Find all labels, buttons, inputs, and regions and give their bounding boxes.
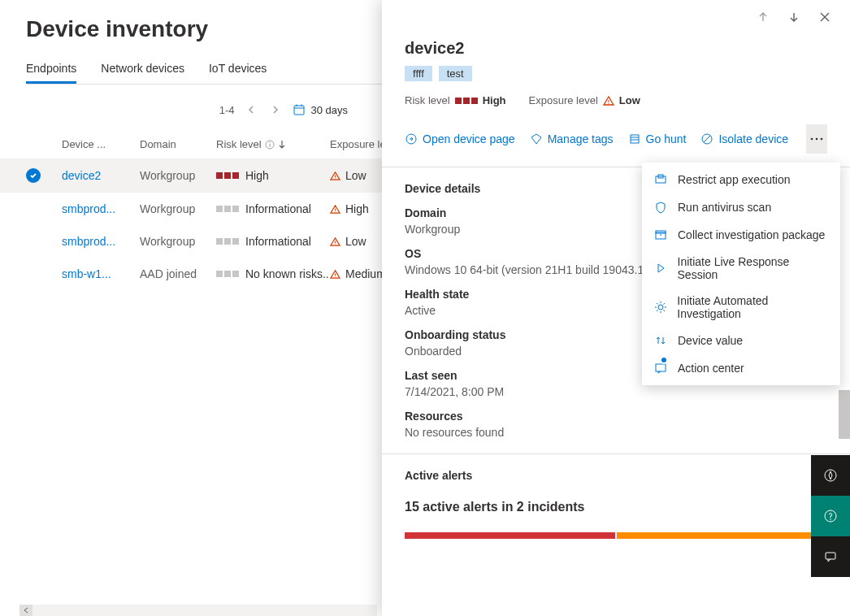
menu-item-run-antivirus-scan[interactable]: Run antivirus scan [642,193,840,221]
menu-item-label: Initiate Automated Investigation [677,294,829,320]
notification-badge-icon [660,356,668,364]
feedback-icon [823,549,838,564]
warning-icon [603,95,614,106]
svg-rect-36 [826,553,835,559]
rail-button-feedback[interactable] [811,536,850,577]
menu-item-initiate-live-response-session[interactable]: Initiate Live Response Session [642,249,840,288]
risk-level-indicator: Risk level High [405,94,506,106]
shield-icon [653,200,668,215]
menu-item-label: Restrict app execution [678,173,791,186]
warning-icon [330,204,340,215]
col-device[interactable]: Device ... [62,138,140,150]
tab-network-devices[interactable]: Network devices [101,62,184,84]
panel-next-button[interactable] [787,10,801,24]
hunt-icon [628,132,641,145]
risk-cell: Informational [216,202,330,215]
active-alerts-header: Active alerts [405,469,472,482]
date-range-button[interactable]: 30 days [293,103,348,116]
alerts-summary: 15 active alerts in 2 incidents [405,500,827,514]
risk-boxes-icon [216,172,239,179]
list-toolbar: 1-4 30 days [26,102,367,117]
horizontal-scrollbar[interactable] [20,605,377,616]
risk-boxes-icon [216,271,239,277]
device-tag[interactable]: ffff [405,66,432,81]
svg-point-31 [658,305,663,310]
help-icon [823,509,838,523]
tag-icon [530,132,543,145]
panel-close-button[interactable] [817,10,832,24]
svg-point-6 [269,141,270,142]
warning-icon [330,236,340,247]
restrict-icon [653,172,668,187]
exposure-level-indicator: Exposure level Low [529,94,640,106]
svg-point-23 [811,138,813,141]
menu-item-label: Action center [678,362,744,375]
menu-item-device-value[interactable]: Device value [642,327,840,354]
device-name-link[interactable]: smb-w1... [62,267,140,280]
svg-point-10 [335,211,336,212]
svg-point-24 [816,138,818,141]
sort-down-icon [278,140,286,150]
updown-icon [653,333,668,348]
chevron-left-icon [246,105,256,115]
more-actions-button[interactable] [806,124,827,154]
panel-prev-button[interactable] [756,10,770,24]
svg-rect-26 [656,176,666,183]
lastseen-value: 7/14/2021, 8:00 PM [405,385,827,398]
risk-cell: Informational [216,235,330,248]
alerts-severity-bar [405,532,827,539]
svg-point-25 [821,138,823,141]
warning-icon [330,269,340,280]
open-link-icon [405,132,418,145]
tab-endpoints[interactable]: Endpoints [26,62,76,84]
chevron-right-icon [271,105,280,115]
scroll-left-button[interactable] [20,605,33,616]
tab-iot-devices[interactable]: IoT devices [209,62,267,84]
isolate-icon [700,132,713,145]
rail-button-help[interactable] [811,496,850,536]
device-name-link[interactable]: smbprod... [62,235,140,248]
device-name-link[interactable]: device2 [62,169,140,182]
col-risk[interactable]: Risk level [216,138,330,150]
svg-line-22 [704,136,710,142]
arrow-down-icon [788,11,800,23]
calendar-icon [293,103,306,116]
open-device-page-button[interactable]: Open device page [405,132,515,145]
menu-item-restrict-app-execution[interactable]: Restrict app execution [642,166,840,193]
manage-tags-button[interactable]: Manage tags [530,132,614,145]
device-tag[interactable]: test [439,66,472,81]
go-hunt-button[interactable]: Go hunt [628,132,687,145]
resources-label: Resources [405,410,827,423]
domain-cell: Workgroup [140,235,216,248]
close-icon [819,11,830,23]
menu-item-initiate-automated-investigation[interactable]: Initiate Automated Investigation [642,288,840,327]
gear-icon [653,300,667,315]
compass-icon [823,468,838,483]
warning-icon [330,171,340,181]
menu-item-action-center[interactable]: Action center [642,354,840,382]
risk-boxes-icon [216,206,239,212]
svg-rect-18 [631,135,639,143]
package-icon [653,228,668,242]
menu-item-label: Initiate Live Response Session [678,255,829,281]
next-page-button[interactable] [268,102,283,117]
svg-point-12 [335,244,336,245]
domain-cell: Workgroup [140,169,216,182]
more-icon [810,137,823,141]
feedback-rail [811,455,850,577]
menu-item-label: Collect investigation package [678,228,825,241]
menu-item-collect-investigation-package[interactable]: Collect investigation package [642,221,840,249]
device-name-link[interactable]: smbprod... [62,202,140,215]
isolate-device-button[interactable]: Isolate device [700,132,788,145]
svg-rect-0 [294,106,304,115]
page-count: 1-4 [219,104,235,116]
panel-scrollbar[interactable] [839,390,850,439]
panel-command-bar: Open device page Manage tags Go hunt Iso… [405,124,827,167]
col-domain[interactable]: Domain [140,138,216,150]
more-actions-menu: Restrict app executionRun antivirus scan… [642,163,840,385]
rail-button-1[interactable] [811,455,850,496]
date-range-label: 30 days [310,104,348,116]
prev-page-button[interactable] [244,102,258,117]
risk-boxes-icon [216,238,239,245]
svg-rect-32 [656,364,666,371]
